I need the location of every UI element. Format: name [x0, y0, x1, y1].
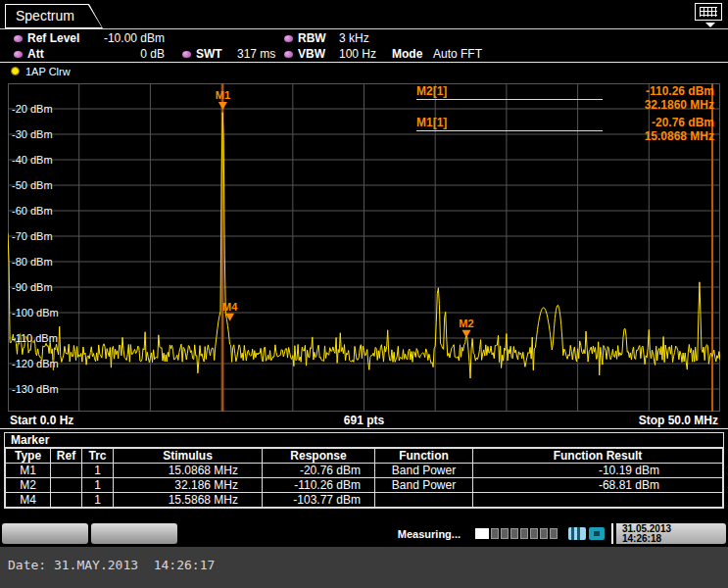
marker-table-panel: Marker Type Ref Trc Stimulus Response Fu… [4, 432, 724, 509]
ref-level-bullet-icon [14, 35, 23, 42]
cell-type: M2 [6, 478, 51, 493]
cell-function: Band Power [375, 464, 473, 478]
progress-segment [540, 528, 548, 539]
table-row[interactable]: M4 1 15.5868 MHz -103.77 dBm [6, 493, 723, 508]
rbw-label[interactable]: RBW [298, 31, 326, 45]
att-value[interactable]: 0 dB [59, 47, 165, 61]
spectrum-analyzer-screen: Spectrum Ref Level -10.00 dBm RBW 3 kHz … [0, 0, 728, 588]
mode-value[interactable]: Auto FFT [433, 47, 482, 61]
marker-m2-label: M2 [459, 318, 473, 329]
status-indicator-icon-2 [589, 527, 605, 540]
col-header-response: Response [263, 449, 375, 464]
tab-spectrum-label: Spectrum [6, 5, 102, 27]
marker-info-m2-level: -110.26 dBm [646, 85, 714, 98]
trace1-color-icon [11, 67, 20, 75]
cell-response: -20.76 dBm [263, 464, 375, 478]
status-bar-spacer [180, 523, 395, 544]
col-header-function: Function [375, 449, 473, 464]
measuring-status-text: Measuring... [398, 528, 461, 540]
cell-trc: 1 [82, 464, 114, 478]
footer-date-text: Date: 31.MAY.2013 14:26:17 [8, 558, 215, 572]
swt-bullet-icon [182, 51, 191, 58]
swt-value[interactable]: 317 ms [237, 47, 275, 61]
settings-header: Ref Level -10.00 dBm RBW 3 kHz Att 0 dB … [0, 30, 728, 63]
cell-function: Band Power [375, 478, 473, 493]
marker-m4-label: M4 [222, 301, 238, 313]
table-row[interactable]: M2 1 32.186 MHz -110.26 dBm Band Power -… [6, 478, 723, 493]
vbw-label[interactable]: VBW [298, 47, 325, 61]
mode-label: Mode [392, 47, 422, 61]
cell-stimulus: 15.5868 MHz [114, 493, 263, 508]
rbw-bullet-icon [284, 35, 293, 42]
cell-function [375, 493, 473, 508]
vbw-bullet-icon [284, 51, 293, 58]
cell-response: -110.26 dBm [263, 478, 375, 493]
marker-info-m1-name: M1[1] [416, 117, 447, 129]
vbw-value[interactable]: 100 Hz [339, 47, 376, 61]
cell-function-result [473, 493, 723, 508]
marker-table-header-row: Type Ref Trc Stimulus Response Function … [6, 449, 723, 464]
status-time: 14:26:18 [622, 534, 726, 544]
att-bullet-icon [14, 51, 23, 58]
x-axis-points-label: 691 pts [0, 414, 728, 427]
x-axis-stop-label: Stop 50.0 MHz [639, 414, 718, 427]
cell-function-result: -10.19 dBm [473, 464, 723, 478]
col-header-stimulus: Stimulus [114, 449, 263, 464]
progress-segment [550, 528, 558, 539]
marker-info-m1-level: -20.76 dBm [652, 117, 714, 129]
softkey-button-2[interactable] [91, 523, 177, 544]
trace1-label[interactable]: 1AP Clrw [25, 66, 71, 77]
table-row[interactable]: M1 1 15.0868 MHz -20.76 dBm Band Power -… [6, 464, 723, 478]
col-header-function-result: Function Result [473, 449, 723, 464]
marker-info-m2-name: M2[1] [416, 85, 447, 98]
col-header-trc: Trc [82, 449, 114, 464]
tab-bar: Spectrum [0, 0, 728, 29]
marker-m1-label: M1 [216, 89, 230, 101]
cell-stimulus: 15.0868 MHz [114, 464, 263, 478]
datetime-display: 31.05.2013 14:26:18 [616, 523, 726, 544]
trace-canvas[interactable]: M1M4M2 [8, 83, 720, 412]
status-indicator-icon-1 [568, 527, 586, 540]
cell-ref [51, 464, 82, 478]
marker-info-m2-freq: 32.1860 MHz [645, 99, 714, 112]
cell-function-result: -68.81 dBm [473, 478, 723, 493]
sweep-progress-indicator [475, 523, 558, 544]
rbw-value[interactable]: 3 kHz [339, 31, 369, 45]
cell-stimulus: 32.186 MHz [114, 478, 263, 493]
marker-table: Type Ref Trc Stimulus Response Function … [5, 448, 723, 508]
cell-ref [51, 493, 82, 508]
trace-legend: 1AP Clrw [0, 65, 728, 80]
marker-table-title: Marker [5, 433, 723, 448]
status-bar: Measuring... 31.05.2013 14:26:18 [2, 523, 726, 544]
progress-segment [491, 528, 499, 539]
display-area: Spectrum Ref Level -10.00 dBm RBW 3 kHz … [0, 0, 728, 547]
cell-ref [51, 478, 82, 493]
softkey-button-1[interactable] [2, 523, 88, 544]
progress-segment [530, 528, 538, 539]
cell-type: M4 [6, 493, 51, 508]
marker-m2-icon[interactable] [462, 330, 471, 338]
keyboard-icon[interactable] [695, 3, 722, 21]
progress-segment [510, 528, 518, 539]
marker-info-m1-freq: 15.0868 MHz [645, 130, 714, 143]
col-header-ref: Ref [51, 449, 82, 464]
ref-level-value[interactable]: -10.00 dBm [59, 31, 165, 45]
marker-info-underline [416, 99, 603, 100]
progress-segment [475, 528, 489, 539]
swt-label[interactable]: SWT [196, 47, 222, 61]
cell-trc: 1 [82, 493, 114, 508]
att-label[interactable]: Att [27, 47, 44, 61]
cell-trc: 1 [82, 478, 114, 493]
spectrum-plot[interactable]: M1M4M2 M2[1] -110.26 dBm 32.1860 MHz M1[… [8, 83, 720, 412]
progress-segment [520, 528, 528, 539]
cell-type: M1 [6, 464, 51, 478]
col-header-type: Type [6, 449, 51, 464]
x-axis-row: Start 0.0 Hz 691 pts Stop 50.0 MHz [0, 413, 728, 429]
progress-segment [501, 528, 509, 539]
status-bar-divider [611, 523, 613, 544]
tab-spectrum[interactable]: Spectrum [5, 4, 103, 28]
cell-response: -103.77 dBm [263, 493, 375, 508]
status-icons [568, 523, 605, 544]
marker-info-underline [416, 130, 603, 131]
